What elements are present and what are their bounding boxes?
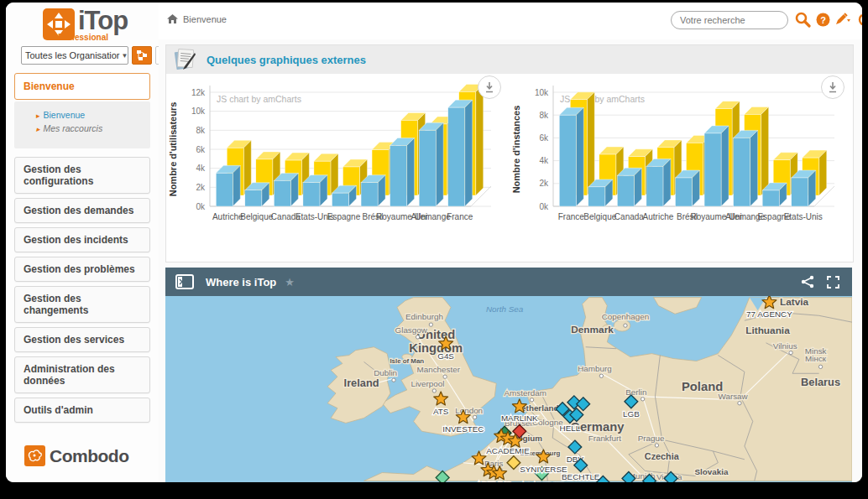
svg-text:0k: 0k — [196, 202, 206, 211]
logout-button[interactable] — [855, 10, 862, 29]
breadcrumb-label[interactable]: Bienvenue — [183, 14, 227, 24]
fullscreen-button[interactable] — [820, 276, 845, 288]
sidebar-item-changements[interactable]: Gestion des changements — [14, 286, 150, 323]
panel-title: Quelques graphiques externes — [207, 54, 366, 66]
amcharts-watermark: JS chart by amCharts — [217, 94, 301, 104]
fullscreen-icon — [827, 276, 839, 288]
svg-text:4k: 4k — [196, 164, 206, 173]
svg-text:Belgique: Belgique — [583, 212, 616, 221]
svg-text:6k: 6k — [196, 145, 206, 154]
sidebar-item-demandes[interactable]: Gestion des demandes — [14, 198, 150, 223]
country-label: Poland — [682, 380, 723, 393]
sidebar-item-incidents[interactable]: Gestion des incidents — [14, 227, 150, 252]
search-input[interactable] — [671, 11, 788, 29]
country-label: Czechia — [645, 451, 680, 461]
chart-download-button[interactable] — [478, 75, 501, 99]
svg-text:Belgique: Belgique — [240, 212, 273, 221]
svg-text:2k: 2k — [539, 179, 549, 188]
edit-menu-button[interactable] — [834, 10, 852, 29]
svg-text:10k: 10k — [191, 107, 206, 116]
city-label: Glasgow — [395, 325, 428, 335]
help-icon: ? — [816, 13, 830, 27]
sidebar-item-administration[interactable]: Administration des données — [14, 356, 150, 393]
svg-text:Allemange: Allemange — [411, 212, 452, 221]
city-label: London — [455, 406, 483, 415]
organization-select[interactable]: Toutes les Organisatior▼ — [21, 46, 128, 65]
sidebar-item-problemes[interactable]: Gestion des problèmes — [14, 257, 150, 282]
city-label: Warsaw — [718, 392, 748, 401]
y-axis-title: Nombre d'utilisateurs — [168, 102, 178, 197]
svg-text:Autriche: Autriche — [212, 212, 243, 221]
chart-users: 0k2k4k6k8k10k12kJS chart by amChartsAutr… — [166, 74, 510, 253]
marker-label: ATS — [433, 407, 449, 416]
svg-text:8k: 8k — [196, 126, 206, 135]
help-button[interactable]: ? — [813, 10, 832, 29]
svg-text:France: France — [558, 212, 585, 221]
marker-label: ACADEMIE — [486, 446, 530, 455]
map-title: Where is iTop — [206, 276, 276, 288]
share-button[interactable] — [795, 275, 820, 288]
map-canvas[interactable]: North SeaIrelandUnitedKingdomIsle of Man… — [165, 296, 852, 482]
home-icon[interactable] — [167, 14, 178, 24]
panel-toggle-icon[interactable] — [175, 274, 194, 289]
country-label: Ireland — [344, 377, 379, 389]
country-label: Denmark — [571, 324, 614, 335]
marker-label: ACADEMIE — [520, 481, 564, 482]
search-button[interactable] — [793, 10, 812, 29]
city-label: Amsterdam — [505, 388, 546, 398]
svg-text:12k: 12k — [191, 88, 206, 97]
svg-text:Autriche: Autriche — [643, 212, 674, 221]
sidebar-shortcuts: ▸Bienvenue▸Mes raccourcis — [14, 101, 150, 148]
sidebar-item-services[interactable]: Gestion des services — [14, 327, 150, 352]
map-header: Where is iTop ★ — [165, 268, 852, 296]
combodo-logo-icon — [24, 445, 45, 466]
download-icon — [484, 82, 494, 93]
hierarchy-button[interactable] — [132, 46, 152, 65]
logo-edition: Professional — [58, 33, 108, 42]
svg-text:?: ? — [820, 14, 826, 24]
svg-text:Espagne: Espagne — [327, 212, 361, 221]
marker-label: MARLINK — [501, 413, 538, 423]
europe-map[interactable]: North SeaIrelandUnitedKingdomIsle of Man… — [165, 296, 852, 482]
country-label: Lithuania — [745, 325, 790, 336]
svg-text:0k: 0k — [539, 202, 549, 211]
sidebar-item-configurations[interactable]: Gestion des configurations — [14, 157, 150, 194]
svg-text:4k: 4k — [539, 156, 549, 165]
marker-label: SYNIVERSE — [520, 465, 567, 474]
star-icon[interactable]: ★ — [285, 276, 295, 288]
sidebar: iTop Professional Toutes les Organisatio… — [6, 3, 159, 482]
search-icon — [794, 11, 811, 28]
svg-text:8k: 8k — [539, 111, 549, 120]
city-label: Manchester — [417, 365, 461, 374]
hierarchy-icon — [136, 49, 148, 61]
pencil-icon — [834, 13, 851, 27]
shortcut-link-1[interactable]: ▸Mes raccourcis — [36, 123, 145, 133]
city-label: Edinburgh — [405, 312, 443, 321]
country-label: Isle of Man — [390, 357, 424, 365]
chart-svg: 0k2k4k6k8k10k12kJS chart by amChartsAutr… — [166, 74, 510, 253]
chart-instances: 0k2k4k6k8k10kJS chart by amChartsFranceB… — [510, 74, 853, 253]
power-icon — [858, 13, 863, 27]
sidebar-item-outils-admin[interactable]: Outils d'admin — [14, 398, 150, 423]
city-label: Prague — [638, 434, 665, 443]
charts-panel: Quelques graphiques externes 0k2k4k6k8k1… — [165, 44, 854, 262]
shortcut-link-0[interactable]: ▸Bienvenue — [36, 110, 145, 120]
city-label: Hamburg — [578, 364, 612, 373]
city-label: Мінск — [805, 354, 827, 363]
city-label: Copenhagen — [602, 312, 649, 321]
chart-download-button[interactable] — [821, 75, 844, 99]
y-axis-title: Nombre d'instances — [511, 106, 521, 194]
marker-label: INVESTEC — [442, 424, 484, 434]
city-label: Frankfurt — [588, 434, 622, 443]
country-label: Latvia — [780, 296, 809, 308]
share-icon — [801, 275, 814, 288]
bullet-icon: ▸ — [36, 125, 40, 133]
marker-label: G4S — [437, 351, 454, 361]
city-label: Berlin — [625, 387, 646, 397]
sidebar-item-bienvenue[interactable]: Bienvenue — [14, 73, 150, 100]
city-label: Vilnius — [773, 341, 797, 351]
main-content: Quelques graphiques externes 0k2k4k6k8k1… — [159, 39, 862, 482]
marker-label: 77 AGENCY — [746, 309, 792, 319]
city-label: Dublin — [374, 368, 397, 377]
chart-svg: 0k2k4k6k8k10kJS chart by amChartsFranceB… — [510, 74, 853, 253]
